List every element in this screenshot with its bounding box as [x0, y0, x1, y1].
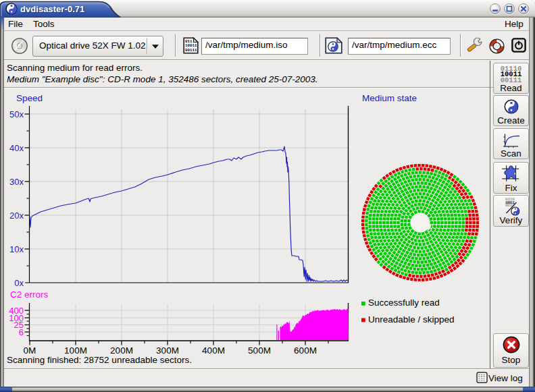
svg-text:Speed: Speed [16, 93, 43, 103]
svg-text:6: 6 [19, 327, 24, 337]
svg-text:300M: 300M [156, 345, 179, 356]
svg-text:600M: 600M [294, 345, 317, 356]
svg-text:20x: 20x [9, 211, 24, 221]
svg-text:40x: 40x [9, 143, 24, 153]
svg-text:C2 errors: C2 errors [10, 289, 49, 300]
svg-text:100M: 100M [64, 345, 87, 356]
svg-text:10x: 10x [9, 244, 24, 254]
svg-text:0x: 0x [14, 278, 24, 288]
svg-text:500M: 500M [248, 345, 271, 356]
svg-text:50x: 50x [9, 109, 24, 119]
svg-text:400M: 400M [202, 345, 225, 356]
svg-text:Successfully read: Successfully read [368, 298, 440, 308]
svg-text:Unreadable / skipped: Unreadable / skipped [368, 314, 455, 325]
svg-text:30x: 30x [9, 177, 24, 187]
svg-text:200M: 200M [110, 345, 133, 356]
svg-text:0M: 0M [24, 345, 36, 356]
svg-text:Medium state: Medium state [362, 93, 417, 103]
